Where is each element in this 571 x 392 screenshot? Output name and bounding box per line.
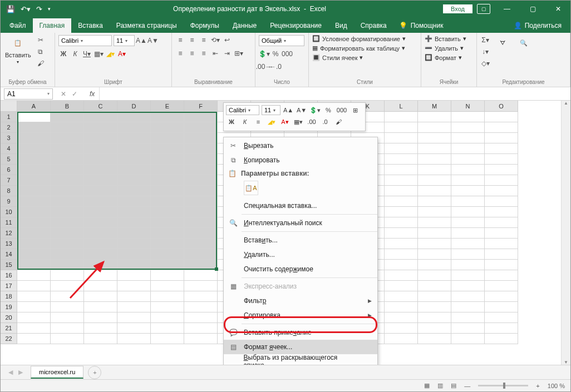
cell[interactable] — [184, 249, 218, 260]
cell[interactable] — [151, 249, 184, 260]
row-header[interactable]: 11 — [1, 217, 17, 228]
cell[interactable] — [451, 270, 485, 281]
view-page-layout-icon[interactable]: ▥ — [437, 382, 443, 389]
orientation-icon[interactable]: ⟲▾ — [210, 35, 220, 45]
vertical-scrollbar[interactable] — [561, 101, 570, 365]
bold-button[interactable]: Ж — [58, 49, 68, 59]
zoom-slider[interactable] — [478, 385, 528, 386]
share-button[interactable]: 👤Поделиться — [507, 18, 568, 33]
cell[interactable] — [385, 270, 418, 281]
cell[interactable] — [51, 133, 84, 143]
tab-formulas[interactable]: Формулы — [184, 18, 226, 33]
qat-more-icon[interactable]: ▾ — [48, 6, 51, 12]
decrease-font-icon[interactable]: A▼ — [148, 36, 158, 46]
cell[interactable] — [485, 239, 518, 249]
cell[interactable] — [184, 196, 218, 207]
cell[interactable] — [151, 175, 184, 186]
cell[interactable] — [485, 186, 518, 196]
cell[interactable] — [51, 239, 84, 249]
cell[interactable] — [385, 334, 418, 344]
cell[interactable] — [117, 291, 151, 302]
cell[interactable] — [51, 260, 84, 270]
cells-insert-button[interactable]: ➕Вставить ▾ — [425, 35, 466, 42]
row-header[interactable]: 19 — [1, 302, 17, 312]
cell[interactable] — [84, 270, 117, 281]
cell[interactable] — [117, 281, 151, 291]
cell[interactable] — [184, 122, 218, 133]
cell[interactable] — [184, 291, 218, 302]
cell[interactable] — [485, 217, 518, 228]
cell[interactable] — [51, 165, 84, 175]
cell[interactable] — [51, 281, 84, 291]
cell[interactable] — [385, 302, 418, 312]
cell[interactable] — [84, 133, 117, 143]
cell[interactable] — [485, 133, 518, 143]
cell[interactable] — [418, 228, 451, 239]
cell[interactable] — [17, 228, 51, 239]
mini-align-icon[interactable]: ≡ — [253, 117, 264, 127]
tab-prev-icon[interactable]: ◀ — [8, 369, 13, 376]
comma-icon[interactable]: 000 — [282, 49, 292, 59]
ctx-sort[interactable]: Сортировка▶ — [224, 308, 377, 322]
ribbon-display-icon[interactable]: ▢ — [477, 4, 490, 14]
cell[interactable] — [117, 133, 151, 143]
cell[interactable] — [51, 291, 84, 302]
cell[interactable] — [51, 122, 84, 133]
cell[interactable] — [117, 175, 151, 186]
ctx-smart-lookup[interactable]: 🔍Интеллектуальный поиск — [224, 216, 377, 230]
cell[interactable] — [385, 133, 418, 143]
fx-icon[interactable]: fx — [85, 90, 99, 98]
cell[interactable] — [418, 143, 451, 154]
cell[interactable] — [84, 291, 117, 302]
mini-decrease-font-icon[interactable]: A▼ — [296, 105, 307, 115]
cell[interactable] — [485, 312, 518, 323]
cell[interactable] — [418, 312, 451, 323]
paste-button[interactable]: 📋 Вставить▾ — [4, 35, 32, 64]
cell[interactable] — [418, 186, 451, 196]
cell[interactable] — [184, 281, 218, 291]
cell[interactable] — [385, 239, 418, 249]
cell[interactable] — [418, 196, 451, 207]
cell[interactable] — [151, 143, 184, 154]
cell[interactable] — [151, 281, 184, 291]
cell[interactable] — [184, 154, 218, 165]
cell[interactable] — [184, 143, 218, 154]
sort-filter-button[interactable]: ᗊ — [494, 35, 511, 51]
cell[interactable] — [385, 291, 418, 302]
cell[interactable] — [151, 302, 184, 312]
cell[interactable] — [385, 217, 418, 228]
cell[interactable] — [117, 334, 151, 344]
cell[interactable] — [51, 175, 84, 186]
cell[interactable] — [117, 122, 151, 133]
redo-icon[interactable]: ↷ — [36, 5, 42, 13]
cell[interactable] — [151, 196, 184, 207]
cell[interactable] — [385, 281, 418, 291]
column-header[interactable]: E — [151, 101, 184, 112]
mini-dec-decimal-icon[interactable]: .0 — [319, 117, 331, 127]
cell[interactable] — [51, 196, 84, 207]
cell[interactable] — [485, 323, 518, 334]
row-header[interactable]: 2 — [1, 122, 17, 133]
cell[interactable] — [17, 249, 51, 260]
cell[interactable] — [117, 196, 151, 207]
cell[interactable] — [51, 323, 84, 334]
cell[interactable] — [485, 175, 518, 186]
cell[interactable] — [385, 143, 418, 154]
column-header[interactable]: C — [84, 101, 117, 112]
cell[interactable] — [117, 302, 151, 312]
row-headers[interactable]: 12345678910111213141516171819202122 — [1, 112, 17, 344]
cell[interactable] — [418, 270, 451, 281]
tab-insert[interactable]: Вставка — [71, 18, 110, 33]
cell[interactable] — [117, 323, 151, 334]
cell[interactable] — [17, 112, 51, 122]
cell[interactable] — [451, 302, 485, 312]
formula-input[interactable] — [99, 87, 570, 100]
find-select-button[interactable]: 🔍 — [515, 35, 533, 51]
cell[interactable] — [84, 281, 117, 291]
cell[interactable] — [84, 165, 117, 175]
cell[interactable] — [84, 154, 117, 165]
cell[interactable] — [385, 228, 418, 239]
row-header[interactable]: 7 — [1, 175, 17, 186]
cell[interactable] — [117, 207, 151, 217]
cell[interactable] — [184, 312, 218, 323]
